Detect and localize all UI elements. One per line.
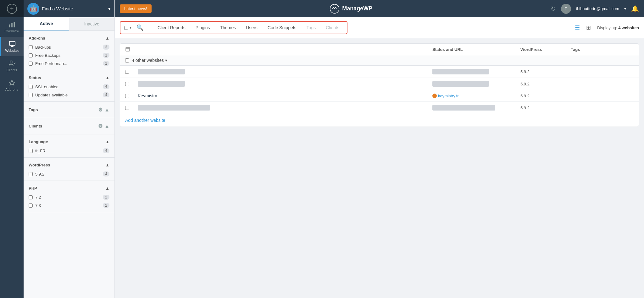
list-item[interactable]: Backups 3 <box>24 43 114 51</box>
nav-clients-label: Clients <box>7 68 17 72</box>
updates-count: 4 <box>103 92 109 97</box>
bell-icon[interactable]: 🔔 <box>631 5 639 13</box>
row3-name-cell: Keymistry <box>138 93 432 98</box>
row1-version-cell: 5.9.2 <box>520 69 571 74</box>
filter-code-snippets[interactable]: Code Snippets <box>264 24 300 31</box>
filter-users[interactable]: Users <box>242 24 261 31</box>
table-row: 5.9.2 <box>120 102 639 114</box>
chevron-up-icon[interactable]: ▲ <box>104 123 109 129</box>
svg-rect-3 <box>9 41 15 46</box>
filter-themes[interactable]: Themes <box>216 24 240 31</box>
row2-name-cell <box>138 81 432 87</box>
clients-section: Clients ⚙ ▲ <box>24 118 114 134</box>
php72-count: 2 <box>103 195 109 200</box>
row1-checkbox[interactable] <box>125 70 129 74</box>
user-dropdown-arrow[interactable]: ▾ <box>624 7 626 11</box>
wp592-checkbox[interactable] <box>29 172 33 176</box>
col-header-tags: Tags <box>571 47 634 52</box>
row3-site-url[interactable]: keymistry.fr <box>432 94 458 98</box>
group-select-checkbox[interactable] <box>125 58 129 62</box>
find-website-select[interactable]: Find a Website ▾ <box>42 6 111 12</box>
addons-section-header[interactable]: Add-ons ▲ <box>24 33 114 43</box>
php-section-header[interactable]: PHP ▲ <box>24 183 114 193</box>
row2-url-placeholder <box>432 81 489 87</box>
row1-name-placeholder <box>138 69 185 74</box>
wordpress-section-label: WordPress <box>29 163 50 167</box>
select-all-checkbox[interactable] <box>124 26 128 30</box>
select-all-checkbox-dropdown[interactable]: ▾ <box>124 25 131 30</box>
chart-icon <box>8 21 15 28</box>
fr-fr-checkbox[interactable] <box>29 149 33 153</box>
php73-checkbox[interactable] <box>29 203 33 208</box>
filter-plugins[interactable]: Plugins <box>192 24 214 31</box>
free-performance-checkbox[interactable] <box>29 62 33 66</box>
group-title[interactable]: 4 other websites ▾ <box>132 58 167 63</box>
free-backups-checkbox[interactable] <box>29 53 33 57</box>
sidebar-item-addons[interactable]: Add-ons <box>0 76 24 95</box>
sidebar-item-websites[interactable]: Websites <box>0 37 24 56</box>
free-backups-count: 1 <box>103 53 109 58</box>
row4-checkbox[interactable] <box>125 106 129 110</box>
list-item[interactable]: Free Performan... 1 <box>24 59 114 68</box>
list-item[interactable]: Updates available 4 <box>24 91 114 99</box>
sidebar-item-clients[interactable]: Clients <box>0 56 24 76</box>
inactive-tab[interactable]: Inactive <box>69 17 115 30</box>
brand-name: ManageWP <box>342 5 372 12</box>
list-item[interactable]: SSL enabled 4 <box>24 83 114 91</box>
row3-site-name: Keymistry <box>138 93 157 98</box>
row4-url-placeholder <box>432 105 495 111</box>
filter-tags[interactable]: Tags <box>303 24 320 31</box>
gear-icon[interactable]: ⚙ <box>98 107 103 113</box>
language-section: Language ▲ fr_FR 4 <box>24 134 114 158</box>
active-tab[interactable]: Active <box>24 17 69 30</box>
list-item[interactable]: Free Backups 1 <box>24 51 114 59</box>
user-email[interactable]: thibautforte@gmail.com <box>576 6 619 11</box>
row1-name-cell <box>138 69 432 74</box>
list-item[interactable]: 5.9.2 4 <box>24 170 114 178</box>
col-header-select <box>125 47 138 52</box>
row1-url-placeholder <box>432 69 489 74</box>
col-header-status: Status and URL <box>432 47 520 52</box>
clients-section-header[interactable]: Clients ⚙ ▲ <box>24 121 114 132</box>
ssl-checkbox[interactable] <box>29 85 33 89</box>
sidebar-item-overview[interactable]: Overview <box>0 17 24 37</box>
row3-checkbox[interactable] <box>125 94 129 98</box>
filter-clients[interactable]: Clients <box>322 24 343 31</box>
list-item[interactable]: 7.2 2 <box>24 193 114 201</box>
add-website-link[interactable]: Add another website <box>120 114 639 127</box>
add-website-nav-button[interactable]: + <box>0 0 24 17</box>
clients-section-icons: ⚙ ▲ <box>98 123 109 129</box>
chevron-up-icon[interactable]: ▲ <box>104 107 109 113</box>
search-icon[interactable]: 🔍 <box>134 24 146 32</box>
status-section-header[interactable]: Status ▲ <box>24 73 114 83</box>
gear-icon[interactable]: ⚙ <box>98 123 103 129</box>
checkbox-dropdown-arrow[interactable]: ▾ <box>130 25 131 30</box>
row2-checkbox[interactable] <box>125 82 129 86</box>
fr-fr-count: 4 <box>103 148 109 153</box>
main-content: Latest news! ManageWP ↻ T thibautforte@g… <box>115 0 644 298</box>
language-section-header[interactable]: Language ▲ <box>24 137 114 147</box>
filter-client-reports[interactable]: Client Reports <box>154 24 189 31</box>
top-bar: Latest news! ManageWP ↻ T thibautforte@g… <box>115 0 644 17</box>
ssl-label: SSL enabled <box>35 84 100 89</box>
backups-checkbox[interactable] <box>29 45 33 49</box>
tags-section: Tags ⚙ ▲ <box>24 102 114 118</box>
group-title-arrow: ▾ <box>165 58 167 63</box>
svg-rect-6 <box>126 47 130 51</box>
row3-version: 5.9.2 <box>520 94 530 98</box>
backups-label: Backups <box>35 45 100 50</box>
refresh-icon[interactable]: ↻ <box>551 5 556 13</box>
row4-name-placeholder <box>138 105 210 111</box>
table-row: 5.9.2 <box>120 78 639 90</box>
list-view-button[interactable]: ☰ <box>572 23 582 32</box>
wordpress-section-header[interactable]: WordPress ▲ <box>24 160 114 170</box>
updates-checkbox[interactable] <box>29 93 33 97</box>
brand-logo: ManageWP <box>330 4 372 14</box>
tags-section-header[interactable]: Tags ⚙ ▲ <box>24 104 114 115</box>
grid-view-button[interactable]: ⊞ <box>584 23 593 32</box>
row2-url-cell <box>432 81 520 87</box>
list-item[interactable]: fr_FR 4 <box>24 147 114 155</box>
php72-checkbox[interactable] <box>29 195 33 199</box>
list-item[interactable]: 7.3 2 <box>24 201 114 209</box>
latest-news-button[interactable]: Latest news! <box>120 4 152 13</box>
